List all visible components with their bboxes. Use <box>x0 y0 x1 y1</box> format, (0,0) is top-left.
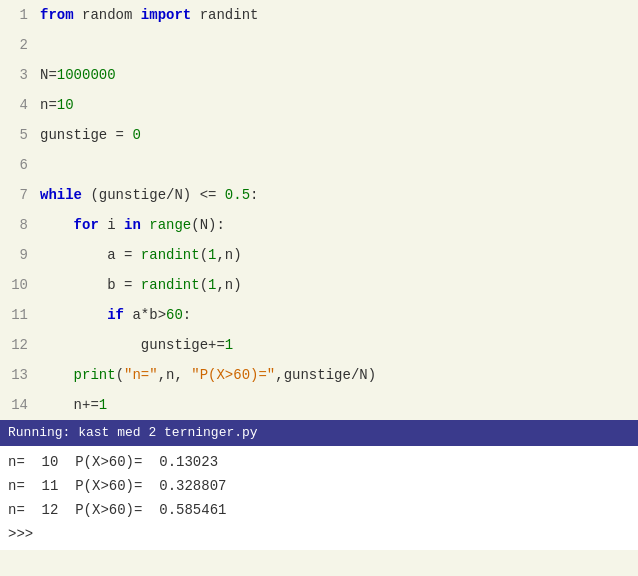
output-line: n= 11 P(X>60)= 0.328807 <box>8 474 630 498</box>
line-content: if a*b>60: <box>40 300 638 330</box>
code-line: 7while (gunstige/N) <= 0.5: <box>0 180 638 210</box>
line-content: while (gunstige/N) <= 0.5: <box>40 180 638 210</box>
token: while <box>40 187 82 203</box>
token: "P(X>60)=" <box>191 367 275 383</box>
token <box>40 367 74 383</box>
line-content: for i in range(N): <box>40 210 638 240</box>
token: "n=" <box>124 367 158 383</box>
line-number: 12 <box>0 330 40 360</box>
token: n= <box>40 97 57 113</box>
token <box>40 307 107 323</box>
token: : <box>250 187 258 203</box>
token <box>40 337 141 353</box>
token: 60 <box>166 307 183 323</box>
token: random <box>74 7 141 23</box>
token: randint <box>191 7 258 23</box>
token: gunstige = <box>40 127 132 143</box>
line-number: 7 <box>0 180 40 210</box>
line-number: 10 <box>0 270 40 300</box>
code-line: 3N=1000000 <box>0 60 638 90</box>
output-line: n= 12 P(X>60)= 0.585461 <box>8 498 630 522</box>
line-number: 14 <box>0 390 40 420</box>
token: import <box>141 7 191 23</box>
token: randint <box>141 277 200 293</box>
token: 1 <box>225 337 233 353</box>
line-number: 5 <box>0 120 40 150</box>
line-content: n+=1 <box>40 390 638 420</box>
line-content: N=1000000 <box>40 60 638 90</box>
line-content: from random import randint <box>40 0 638 30</box>
code-line: 5gunstige = 0 <box>0 120 638 150</box>
line-number: 4 <box>0 90 40 120</box>
token: : <box>183 307 191 323</box>
token: in <box>124 217 141 233</box>
token: ,gunstige/N) <box>275 367 376 383</box>
status-bar: Running: kast med 2 terninger.py <box>0 420 638 446</box>
line-content: gunstige = 0 <box>40 120 638 150</box>
code-line: 8 for i in range(N): <box>0 210 638 240</box>
line-number: 6 <box>0 150 40 180</box>
code-line: 11 if a*b>60: <box>0 300 638 330</box>
token: ( <box>200 247 208 263</box>
line-number: 8 <box>0 210 40 240</box>
token: (N): <box>191 217 225 233</box>
token <box>40 247 107 263</box>
line-content: gunstige+=1 <box>40 330 638 360</box>
code-line: 1from random import randint <box>0 0 638 30</box>
token: if <box>107 307 124 323</box>
code-editor: 1from random import randint23N=10000004n… <box>0 0 638 420</box>
line-content: a = randint(1,n) <box>40 240 638 270</box>
token: a*b> <box>124 307 166 323</box>
token: print <box>74 367 116 383</box>
token: ,n, <box>158 367 192 383</box>
token: n+= <box>74 397 99 413</box>
token: 10 <box>57 97 74 113</box>
token: a = <box>107 247 141 263</box>
output-area: n= 10 P(X>60)= 0.13023n= 11 P(X>60)= 0.3… <box>0 446 638 550</box>
token: ,n) <box>216 277 241 293</box>
line-content: print("n=",n, "P(X>60)=",gunstige/N) <box>40 360 638 390</box>
token: b = <box>107 277 141 293</box>
code-line: 12 gunstige+=1 <box>0 330 638 360</box>
code-line: 13 print("n=",n, "P(X>60)=",gunstige/N) <box>0 360 638 390</box>
token: range <box>149 217 191 233</box>
token <box>141 217 149 233</box>
output-line: n= 10 P(X>60)= 0.13023 <box>8 450 630 474</box>
line-content: b = randint(1,n) <box>40 270 638 300</box>
token: ( <box>116 367 124 383</box>
token: 1000000 <box>57 67 116 83</box>
line-number: 2 <box>0 30 40 60</box>
token: for <box>74 217 99 233</box>
token: 1 <box>99 397 107 413</box>
token: i <box>99 217 124 233</box>
line-number: 13 <box>0 360 40 390</box>
token: ( <box>200 277 208 293</box>
line-number: 11 <box>0 300 40 330</box>
token: randint <box>141 247 200 263</box>
line-number: 9 <box>0 240 40 270</box>
token: 0 <box>132 127 140 143</box>
token: ,n) <box>216 247 241 263</box>
code-line: 4n=10 <box>0 90 638 120</box>
line-number: 1 <box>0 0 40 30</box>
token: (gunstige/N) <= <box>82 187 225 203</box>
code-line: 14 n+=1 <box>0 390 638 420</box>
token: N= <box>40 67 57 83</box>
line-number: 3 <box>0 60 40 90</box>
code-line: 9 a = randint(1,n) <box>0 240 638 270</box>
token <box>40 217 74 233</box>
token: gunstige+= <box>141 337 225 353</box>
code-line: 2 <box>0 30 638 60</box>
code-line: 10 b = randint(1,n) <box>0 270 638 300</box>
repl-prompt: >>> <box>8 522 630 546</box>
line-content: n=10 <box>40 90 638 120</box>
code-line: 6 <box>0 150 638 180</box>
token: 0.5 <box>225 187 250 203</box>
token: from <box>40 7 74 23</box>
token <box>40 277 107 293</box>
token <box>40 397 74 413</box>
